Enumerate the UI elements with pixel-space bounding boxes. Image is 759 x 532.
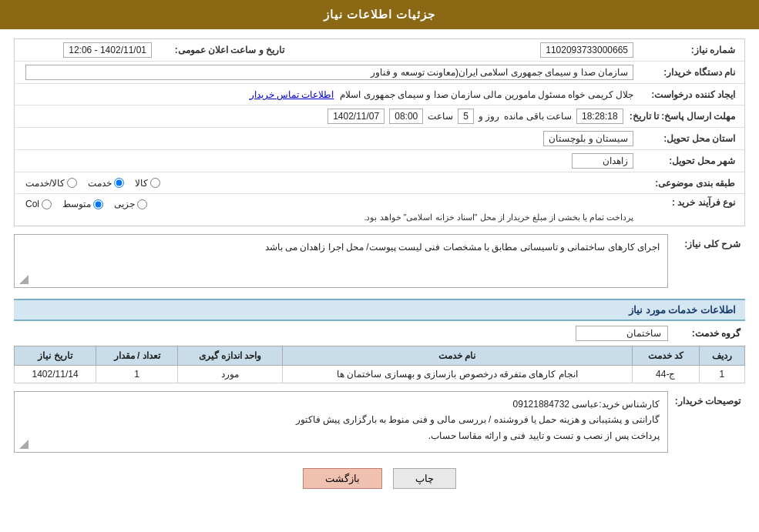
cell-code: ج-44 <box>632 366 699 383</box>
category-khidmat[interactable]: خدمت <box>88 178 124 189</box>
need-number-value: 1102093733000665 <box>540 42 633 58</box>
reply-time-label: ساعت <box>428 111 453 122</box>
need-description-value: اجرای کارهای ساختمانی و تاسیساتی مطابق ب… <box>265 242 660 253</box>
buyer-name-label: نام دستگاه خریدار: <box>640 67 740 78</box>
reply-day-value: 5 <box>458 109 474 124</box>
category-kala[interactable]: کالا <box>135 178 160 189</box>
cell-row: 1 <box>699 366 744 383</box>
purchase-type-label: نوع فرآیند خرید : <box>640 197 740 208</box>
reply-date-value: 1402/11/07 <box>327 109 385 124</box>
category-kala-khidmat[interactable]: کالا/خدمت <box>25 178 77 189</box>
buyer-desc-box: کارشناس خرید:عباسی 09121884732 گارانتی و… <box>14 391 668 453</box>
page-header: جزئیات اطلاعات نیاز <box>0 0 759 29</box>
print-button[interactable]: چاپ <box>393 468 456 489</box>
cell-unit: مورد <box>178 366 283 383</box>
reply-date-label: مهلت ارسال پاسخ: تا تاریخ: <box>630 111 740 122</box>
cell-count: 1 <box>96 366 178 383</box>
province-label: استان محل تحویل: <box>640 133 740 144</box>
category-label: طبقه بندی موضوعی: <box>640 178 740 189</box>
need-number-label: شماره نیاز: <box>640 45 740 55</box>
announce-datetime-value: 1402/11/01 - 12:06 <box>63 42 152 58</box>
announce-datetime-label: تاریخ و ساعت اعلان عمومی: <box>158 45 289 55</box>
col-header-count: تعداد / مقدار <box>96 346 178 366</box>
buyer-desc-value: کارشناس خرید:عباسی 09121884732 گارانتی و… <box>296 399 660 441</box>
reply-day-label: روز و <box>479 111 499 122</box>
purchase-type-motavaset[interactable]: متوسط <box>62 199 103 209</box>
city-label: شهر محل تحویل: <box>640 156 740 166</box>
city-value: زاهدان <box>572 153 633 169</box>
services-section-title: اطلاعات خدمات مورد نیاز <box>14 299 745 321</box>
col-header-unit: واحد اندازه گیری <box>178 346 283 366</box>
services-table: ردیف کد خدمت نام خدمت واحد اندازه گیری ت… <box>14 346 745 383</box>
creator-label: ایجاد کننده درخواست: <box>640 89 740 100</box>
service-group-value: ساختمان <box>576 326 668 341</box>
creator-value: جلال کریمی خواه مسئول مامورین مالی سازما… <box>340 89 633 100</box>
col-header-code: کد خدمت <box>632 346 699 366</box>
page-title: جزئیات اطلاعات نیاز <box>324 8 435 21</box>
reply-time-value: 08:00 <box>389 109 423 124</box>
buyer-name-value: سازمان صدا و سیمای جمهوری اسلامی ایران(م… <box>25 65 633 80</box>
back-button[interactable]: بازگشت <box>303 468 382 489</box>
col-header-row: ردیف <box>699 346 744 366</box>
need-description-label: شرح کلی نیاز: <box>668 234 745 249</box>
purchase-type-note: پرداخت تمام یا بخشی از مبلغ خریدار از مح… <box>25 212 633 223</box>
buyer-desc-label: توصیحات خریدار: <box>668 391 745 407</box>
purchase-type-col[interactable]: Col <box>25 199 52 209</box>
table-row: 1ج-44انجام کارهای متفرقه درخصوص بازسازی … <box>15 366 745 383</box>
service-group-label: گروه خدمت: <box>668 328 745 339</box>
cell-date: 1402/11/14 <box>15 366 96 383</box>
purchase-type-jozee[interactable]: جزیی <box>114 199 147 209</box>
col-header-name: نام خدمت <box>282 346 632 366</box>
col-header-date: تاریخ نیاز <box>15 346 96 366</box>
reply-remaining-label: ساعت باقی مانده <box>504 111 572 122</box>
need-description-box: اجرای کارهای ساختمانی و تاسیساتی مطابق ب… <box>14 234 668 288</box>
cell-name: انجام کارهای متفرقه درخصوص بازسازی و بهس… <box>282 366 632 383</box>
reply-remaining-value: 18:28:18 <box>576 109 623 124</box>
creator-link[interactable]: اطلاعات تماس خریدار <box>250 89 334 100</box>
province-value: سیستان و بلوچستان <box>543 131 633 146</box>
